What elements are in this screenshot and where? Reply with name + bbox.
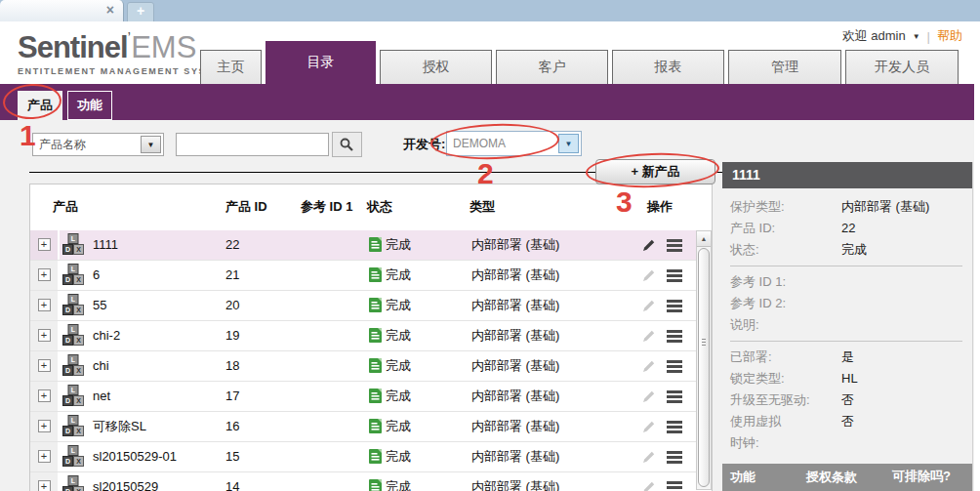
product-name[interactable]: net [93, 382, 110, 411]
product-name[interactable]: 55 [93, 291, 106, 320]
products-table: 产品 产品 ID 参考 ID 1 状态 类型 操作 + L D X 1111 2… [29, 184, 713, 491]
status-complete-icon [369, 328, 382, 343]
search-field-selector[interactable]: 产品名称 ▼ [32, 133, 164, 156]
browser-tab[interactable]: × [0, 0, 124, 21]
row-menu-icon[interactable] [667, 481, 682, 491]
features-table-header: 功能 授权条款 可排除吗? [722, 464, 972, 491]
detail-field-label: 已部署: [730, 347, 841, 368]
user-menu-caret-icon[interactable]: ▼ [913, 32, 920, 41]
edit-pencil-icon[interactable] [642, 480, 656, 491]
main-nav-tab[interactable]: 目录 [265, 41, 376, 84]
edit-pencil-icon[interactable] [642, 450, 656, 464]
nav-tab-label: 授权 [423, 59, 450, 74]
edit-pencil-icon[interactable] [642, 299, 656, 312]
main-nav-tab[interactable]: 报表 [612, 50, 724, 84]
status-complete-icon [369, 358, 382, 373]
expand-row-button[interactable]: + [38, 389, 51, 402]
product-name[interactable]: chi [93, 351, 109, 381]
row-menu-icon[interactable] [667, 421, 682, 435]
column-header-type[interactable]: 类型 [470, 198, 495, 216]
expand-cell: + [30, 472, 60, 491]
main-nav-tab[interactable]: 开发人员 [845, 50, 959, 84]
row-menu-icon[interactable] [667, 451, 682, 466]
product-name[interactable]: chi-2 [93, 321, 120, 350]
expand-row-button[interactable]: + [38, 480, 51, 491]
row-menu-icon[interactable] [667, 300, 682, 314]
expand-row-button[interactable]: + [38, 268, 51, 281]
logo-text-sentinel: Sentinel [18, 30, 128, 64]
detail-panel: 1111 保护类型: 内部部署 (基础) 产品 ID: 22 状态: 完成 参考… [722, 162, 973, 491]
table-row[interactable]: + L D X chi 18 完成 内部部署 (基础) [30, 351, 712, 382]
new-product-button[interactable]: + 新产品 [595, 159, 715, 184]
search-button[interactable] [332, 132, 362, 157]
row-menu-icon[interactable] [667, 330, 682, 345]
table-row[interactable]: + L D X 55 20 完成 内部部署 (基础) [30, 291, 712, 321]
table-scrollbar[interactable]: ▲ [696, 230, 712, 490]
detail-field: 保护类型: 内部部署 (基础) [730, 196, 962, 218]
scrollbar-thumb[interactable] [698, 248, 710, 487]
subnav-tab-label: 功能 [77, 98, 102, 112]
column-header-product[interactable]: 产品 [53, 198, 78, 216]
row-menu-icon[interactable] [667, 360, 682, 375]
product-icon: L D X [61, 233, 86, 257]
row-menu-icon[interactable] [667, 239, 682, 254]
table-row[interactable]: + L D X 1111 22 完成 内部部署 (基础) [30, 230, 712, 261]
column-header-product-id[interactable]: 产品 ID [225, 198, 267, 216]
edit-pencil-icon[interactable] [642, 329, 656, 343]
main-nav-tab[interactable]: 客户 [496, 50, 608, 84]
chevron-down-icon[interactable]: ▼ [141, 136, 161, 153]
row-menu-icon[interactable] [667, 390, 682, 405]
table-row[interactable]: + L D X 可移除SL 16 完成 内部部署 (基础) [30, 412, 712, 442]
search-input[interactable] [176, 133, 329, 156]
developer-id-label: 开发号: [403, 136, 445, 153]
product-name[interactable]: 1111 [93, 230, 118, 260]
row-menu-icon[interactable] [667, 269, 682, 284]
product-id: 20 [225, 291, 239, 320]
edit-pencil-icon[interactable] [642, 389, 656, 403]
svg-text:L: L [71, 447, 76, 454]
edit-pencil-icon[interactable] [642, 268, 656, 282]
features-column-excludable: 可排除吗? [892, 469, 962, 486]
svg-text:X: X [76, 307, 81, 313]
svg-text:X: X [76, 337, 81, 344]
expand-row-button[interactable]: + [38, 299, 51, 311]
product-name[interactable]: sl20150529-01 [93, 442, 177, 471]
edit-pencil-icon[interactable] [642, 238, 656, 252]
subnav-tab[interactable]: 功能 [67, 91, 112, 120]
table-row[interactable]: + L D X 6 21 完成 内部部署 (基础) [30, 261, 712, 291]
product-type: 内部部署 (基础) [471, 230, 559, 260]
status-label: 完成 [386, 442, 411, 471]
product-name[interactable]: 6 [93, 261, 100, 290]
product-name[interactable]: 可移除SL [93, 412, 146, 441]
column-header-ref-id[interactable]: 参考 ID 1 [301, 198, 352, 216]
nav-tab-label: 主页 [218, 59, 245, 74]
status-label: 完成 [386, 472, 411, 491]
new-tab-button[interactable]: + [127, 2, 154, 22]
product-id: 22 [225, 230, 239, 260]
tab-close-icon[interactable]: × [106, 2, 114, 18]
expand-cell: + [30, 321, 60, 350]
expand-row-button[interactable]: + [38, 329, 51, 342]
table-row[interactable]: + L D X chi-2 19 完成 内部部署 (基础) [30, 321, 712, 351]
edit-pencil-icon[interactable] [642, 359, 656, 373]
edit-pencil-icon[interactable] [642, 420, 656, 433]
main-nav-tab[interactable]: 主页 [200, 50, 262, 84]
table-row[interactable]: + L D X sl20150529 14 完成 内部部署 (基础) [30, 472, 712, 491]
detail-field-label: 保护类型: [730, 196, 841, 218]
main-nav-tab[interactable]: 授权 [380, 50, 492, 84]
table-row[interactable]: + L D X net 17 完成 内部部署 (基础) [30, 382, 712, 412]
expand-row-button[interactable]: + [38, 420, 51, 432]
expand-row-button[interactable]: + [38, 238, 51, 251]
svg-text:X: X [76, 458, 81, 465]
developer-id-select[interactable]: DEMOMA ▼ [446, 131, 582, 156]
chevron-down-icon[interactable]: ▼ [558, 134, 579, 153]
product-name[interactable]: sl20150529 [93, 472, 158, 491]
subnav-tab[interactable]: 产品 [18, 91, 62, 120]
table-row[interactable]: + L D X sl20150529-01 15 完成 内部部署 (基础) [30, 442, 712, 472]
column-header-status[interactable]: 状态 [367, 198, 392, 216]
svg-text:L: L [71, 387, 76, 393]
expand-row-button[interactable]: + [38, 359, 51, 372]
scroll-up-icon[interactable]: ▲ [697, 231, 711, 247]
main-nav-tab[interactable]: 管理 [728, 50, 841, 84]
expand-row-button[interactable]: + [38, 450, 51, 463]
